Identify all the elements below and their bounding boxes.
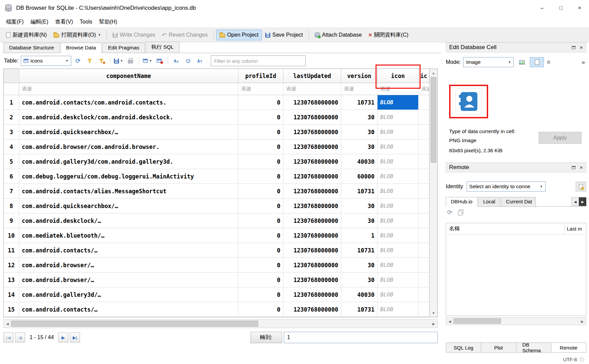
maximize-button[interactable]: □ bbox=[551, 0, 570, 16]
word-wrap-icon[interactable]: ≡ bbox=[547, 59, 550, 65]
cell-profileid[interactable]: 0 bbox=[238, 243, 283, 257]
table-row[interactable]: 14com.android.gallery3d/…012307680000004… bbox=[4, 287, 429, 302]
cell-lastupdated[interactable]: 1230768000000 bbox=[283, 110, 341, 124]
cell-componentname[interactable]: com.android.quicksearchbox/… bbox=[19, 125, 238, 139]
column-header-name[interactable]: 名稱 bbox=[446, 225, 564, 232]
cell-profileid[interactable]: 0 bbox=[238, 273, 283, 287]
tab-edit-pragmas[interactable]: Edit Pragmas bbox=[102, 43, 145, 53]
horizontal-scrollbar-thumb[interactable] bbox=[11, 321, 258, 327]
minimize-button[interactable]: – bbox=[533, 0, 551, 16]
cell-profileid[interactable]: 0 bbox=[238, 287, 283, 302]
tab-db-schema[interactable]: DB Schema bbox=[516, 342, 551, 353]
row-number[interactable]: 2 bbox=[4, 110, 19, 124]
row-number[interactable]: 9 bbox=[4, 213, 19, 228]
cell-lastupdated[interactable]: 1230768000000 bbox=[283, 199, 341, 213]
cell-overflow[interactable] bbox=[419, 243, 429, 257]
save-results-button[interactable]: ▼ bbox=[114, 56, 124, 66]
scroll-up-icon[interactable]: ▲ bbox=[430, 69, 437, 77]
insert-record-button[interactable]: ▼ bbox=[143, 56, 153, 66]
float-panel-icon[interactable] bbox=[572, 166, 576, 169]
row-number[interactable]: 3 bbox=[4, 125, 19, 139]
cell-icon-blob[interactable]: BLOB bbox=[378, 139, 419, 154]
tab-browse-data[interactable]: Browse Data bbox=[61, 43, 102, 53]
cell-lastupdated[interactable]: 1230768000000 bbox=[283, 228, 341, 243]
table-row[interactable]: 10com.mediatek.bluetooth/…01230768000000… bbox=[4, 228, 429, 243]
close-database-button[interactable]: × 關閉資料庫(C) bbox=[365, 29, 412, 41]
goto-button[interactable]: 轉到: bbox=[250, 332, 282, 343]
cell-overflow[interactable] bbox=[419, 110, 429, 124]
tab-sql-log[interactable]: SQL Log bbox=[446, 342, 481, 353]
float-panel-icon[interactable] bbox=[572, 46, 576, 49]
cell-overflow[interactable] bbox=[419, 258, 429, 272]
new-database-button[interactable]: 新建資料庫(N) bbox=[3, 29, 50, 41]
refresh-icon[interactable]: ⟳ bbox=[447, 209, 452, 215]
scrollbar-track[interactable] bbox=[258, 320, 430, 328]
cell-overflow[interactable] bbox=[419, 199, 429, 213]
cell-componentname[interactable]: com.android.contacts/com.android.contact… bbox=[19, 95, 238, 110]
tab-remote[interactable]: Remote bbox=[551, 342, 586, 353]
table-row[interactable]: 9com.android.deskclock/…0123076800000030… bbox=[4, 213, 429, 228]
attach-database-button[interactable]: Attach Database bbox=[311, 30, 365, 40]
tab-current-database[interactable]: Current Dat bbox=[501, 197, 536, 206]
cell-lastupdated[interactable]: 1230768000000 bbox=[283, 302, 341, 317]
sort-desc-button[interactable]: A↑ bbox=[195, 56, 205, 66]
goto-record-button[interactable]: ⊙ bbox=[183, 56, 193, 66]
cell-icon-blob[interactable]: BLOB bbox=[378, 243, 419, 257]
cell-componentname[interactable]: com.android.browser/… bbox=[19, 273, 238, 287]
cell-componentname[interactable]: com.android.contacts/… bbox=[19, 302, 238, 317]
cell-icon-blob[interactable]: BLOB bbox=[378, 273, 419, 287]
table-row[interactable]: 7com.android.contacts/alias.MessageShort… bbox=[4, 184, 429, 199]
cell-overflow[interactable] bbox=[419, 154, 429, 169]
filter-componentname[interactable]: 過濾 bbox=[19, 83, 238, 95]
mode-select[interactable]: Image ▼ bbox=[463, 57, 514, 67]
row-number[interactable]: 1 bbox=[4, 95, 19, 110]
cell-componentname[interactable]: com.android.quicksearchbox/… bbox=[19, 199, 238, 213]
column-header-componentname[interactable]: componentName bbox=[19, 69, 238, 83]
cell-componentname[interactable]: com.android.deskclock/… bbox=[19, 213, 238, 228]
menu-edit[interactable]: 編輯(E) bbox=[27, 17, 51, 27]
resize-grip[interactable] bbox=[580, 357, 584, 362]
filter-profileid[interactable]: 過濾 bbox=[238, 83, 283, 95]
tab-dbhub[interactable]: DBHub.io bbox=[446, 197, 477, 207]
chevron-down-icon[interactable]: ▼ bbox=[98, 34, 101, 37]
cell-overflow[interactable] bbox=[419, 184, 429, 198]
row-number[interactable]: 12 bbox=[4, 258, 19, 272]
cell-version[interactable]: 30 bbox=[341, 110, 378, 124]
delete-record-button[interactable] bbox=[154, 56, 164, 66]
cell-lastupdated[interactable]: 1230768000000 bbox=[283, 95, 341, 110]
cell-version[interactable]: 40030 bbox=[341, 154, 378, 169]
export-data-button[interactable] bbox=[530, 57, 544, 67]
cell-componentname[interactable]: com.debug.loggerui/com.debug.loggerui.Ma… bbox=[19, 169, 238, 184]
cell-profileid[interactable]: 0 bbox=[238, 169, 283, 184]
filter-button[interactable] bbox=[85, 56, 95, 66]
tab-database-structure[interactable]: Database Structure bbox=[3, 43, 60, 53]
cell-icon-blob[interactable]: BLOB bbox=[378, 95, 419, 110]
refresh-button[interactable]: ⟳ bbox=[73, 56, 83, 66]
scroll-down-icon[interactable]: ▼ bbox=[430, 309, 437, 317]
close-panel-icon[interactable]: × bbox=[580, 45, 583, 50]
cell-version[interactable]: 10731 bbox=[341, 243, 378, 257]
cell-overflow[interactable] bbox=[419, 302, 429, 317]
cell-version[interactable]: 10731 bbox=[341, 184, 378, 198]
column-header-profileid[interactable]: profileId bbox=[238, 69, 283, 83]
table-row[interactable]: 5com.android.gallery3d/com.android.galle… bbox=[4, 154, 429, 169]
cell-overflow[interactable] bbox=[419, 95, 429, 110]
cell-overflow[interactable] bbox=[419, 213, 429, 228]
row-number[interactable]: 10 bbox=[4, 228, 19, 243]
close-panel-icon[interactable]: × bbox=[580, 165, 583, 170]
cell-componentname[interactable]: com.android.browser/… bbox=[19, 258, 238, 272]
first-page-button[interactable]: |◀ bbox=[3, 332, 13, 342]
last-page-button[interactable]: ▶| bbox=[70, 332, 80, 342]
scroll-right-icon[interactable]: ▶ bbox=[579, 317, 586, 325]
cell-icon-blob[interactable]: BLOB bbox=[378, 184, 419, 198]
row-number[interactable]: 6 bbox=[4, 169, 19, 184]
row-number[interactable]: 11 bbox=[4, 243, 19, 257]
cell-overflow[interactable] bbox=[419, 287, 429, 302]
tab-local[interactable]: Local bbox=[478, 197, 500, 206]
row-number[interactable]: 5 bbox=[4, 154, 19, 169]
table-row[interactable]: 8com.android.quicksearchbox/…01230768000… bbox=[4, 199, 429, 213]
cell-componentname[interactable]: com.android.gallery3d/com.android.galler… bbox=[19, 154, 238, 169]
cell-overflow[interactable] bbox=[419, 228, 429, 243]
cell-lastupdated[interactable]: 1230768000000 bbox=[283, 258, 341, 272]
table-row[interactable]: 6com.debug.loggerui/com.debug.loggerui.M… bbox=[4, 169, 429, 184]
